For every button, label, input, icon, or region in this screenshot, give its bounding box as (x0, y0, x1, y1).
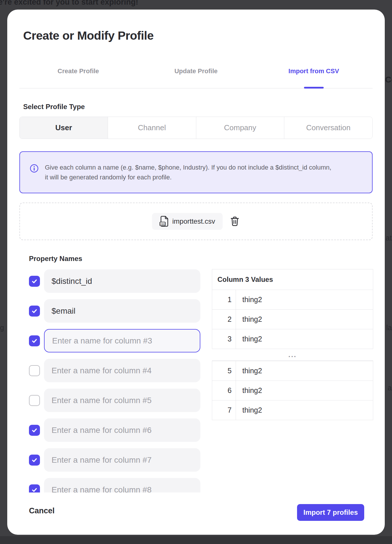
profile-type-option[interactable]: Company (196, 117, 285, 139)
table-row: 5 thing2 (212, 361, 373, 381)
table-row: 6 thing2 (212, 381, 373, 400)
table-row: 1 thing2 (212, 290, 373, 309)
column-include-checkbox[interactable] (29, 306, 40, 317)
row-value: thing2 (236, 400, 373, 420)
table-row: 7 thing2 (212, 400, 373, 420)
checkmark-icon (31, 278, 38, 284)
row-value: thing2 (236, 381, 373, 400)
trash-icon (230, 216, 239, 227)
row-number: 7 (212, 400, 236, 420)
checkmark-icon (31, 338, 38, 344)
cancel-button[interactable]: Cancel (29, 506, 55, 515)
row-value: thing2 (236, 310, 373, 329)
uploaded-file-name: importtest.csv (172, 217, 215, 225)
background-bottom-bar (0, 536, 392, 544)
checkmark-icon (31, 487, 38, 493)
column-name-input[interactable] (44, 269, 200, 293)
checkmark-icon (31, 427, 38, 433)
row-value: thing2 (236, 329, 373, 349)
table-row: 3 thing2 (212, 329, 373, 349)
column-name-input[interactable] (44, 478, 200, 492)
column-include-checkbox[interactable] (29, 425, 40, 436)
checkmark-icon (31, 308, 38, 314)
delete-file-button[interactable] (230, 216, 240, 227)
property-row (23, 478, 210, 492)
background-text-fragment: ata (386, 234, 392, 242)
profile-type-option[interactable]: Channel (108, 117, 196, 139)
import-profiles-button[interactable]: Import 7 profiles (297, 504, 364, 521)
column-include-checkbox[interactable] (29, 455, 40, 466)
property-names-label: Property Names (29, 255, 82, 263)
column-name-input[interactable] (44, 329, 200, 352)
property-row (23, 389, 210, 412)
svg-text:csv: csv (160, 223, 165, 225)
property-row (23, 359, 210, 382)
csv-upload-dropzone[interactable]: csv importtest.csv (19, 203, 373, 240)
background-text-fragment: Col (385, 75, 392, 84)
modal-tabs: Create Profile Update Profile Import fro… (19, 66, 373, 76)
column-include-checkbox[interactable] (29, 395, 40, 406)
row-number: 5 (212, 361, 236, 381)
row-number: 2 (212, 310, 236, 329)
table-row: 2 thing2 (212, 309, 373, 329)
rows-ellipsis: ... (212, 349, 373, 361)
property-name-rows (23, 269, 210, 492)
column-include-checkbox[interactable] (29, 276, 40, 287)
row-number: 1 (212, 290, 236, 309)
column-name-input[interactable] (44, 359, 200, 382)
background-text-fragment: g (0, 324, 4, 332)
background-page-heading: e're excited for you to start exploring! (0, 0, 138, 7)
background-text-fragment: lab (386, 324, 392, 332)
column-include-checkbox[interactable] (29, 365, 40, 376)
table-header: Column 3 Values (212, 269, 373, 290)
row-value: thing2 (236, 361, 373, 381)
column-values-table-bottom: 5 thing2 6 thing2 7 thing2 (212, 361, 373, 420)
create-or-modify-profile-modal: Create or Modify Profile Create Profile … (7, 10, 385, 535)
csv-file-icon: csv (160, 216, 168, 227)
row-number: 6 (212, 381, 236, 400)
profile-type-option[interactable]: User (20, 117, 108, 139)
tab[interactable]: Create Profile (19, 66, 137, 76)
checkmark-icon (31, 457, 38, 463)
tab[interactable]: Import from CSV (255, 66, 373, 76)
column-values-table-top: Column 3 Values 1 thing2 2 thing2 3 (212, 269, 373, 349)
column-name-input[interactable] (44, 299, 200, 323)
property-row (23, 329, 210, 352)
column-name-input[interactable] (44, 448, 200, 472)
column-values-preview: Column 3 Values 1 thing2 2 thing2 3 (212, 269, 373, 420)
info-icon (30, 164, 39, 173)
property-row (23, 418, 210, 442)
column-name-input[interactable] (44, 389, 200, 412)
tab[interactable]: Update Profile (137, 66, 255, 76)
column-include-checkbox[interactable] (29, 484, 40, 493)
property-row (23, 269, 210, 293)
row-number: 3 (212, 329, 236, 349)
column-name-input[interactable] (44, 418, 200, 442)
info-banner-text: Give each column a name (e.g. $name, $ph… (45, 163, 334, 182)
profile-type-option[interactable]: Conversation (284, 117, 372, 139)
profile-type-selector: User Channel Company Conversation (19, 117, 373, 139)
active-tab-indicator (304, 87, 324, 89)
info-banner: Give each column a name (e.g. $name, $ph… (19, 151, 373, 193)
column-include-checkbox[interactable] (29, 335, 40, 346)
property-row (23, 299, 210, 323)
background-text-fragment: a (388, 384, 392, 392)
row-value: thing2 (236, 290, 373, 309)
uploaded-file-chip: csv importtest.csv (152, 213, 223, 230)
property-row (23, 448, 210, 472)
page-title: Create or Modify Profile (23, 29, 153, 43)
select-profile-type-label: Select Profile Type (23, 103, 85, 111)
